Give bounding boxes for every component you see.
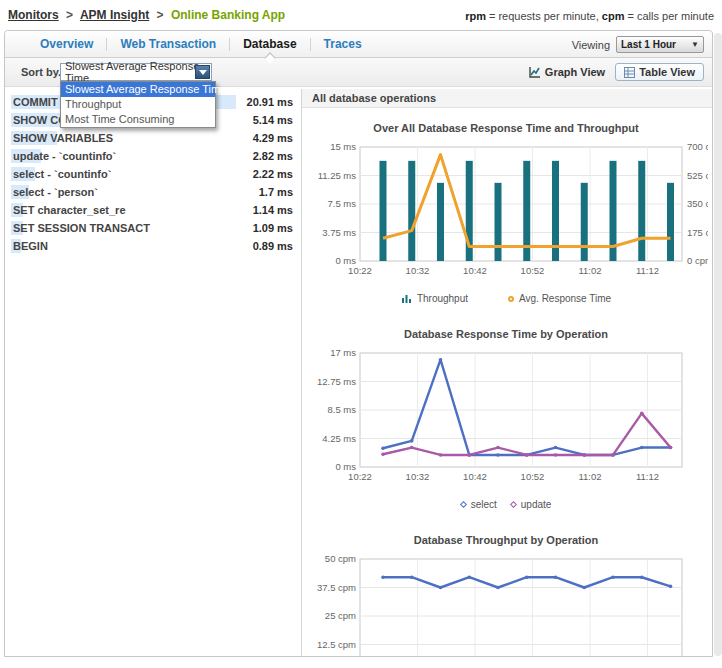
svg-text:10:52: 10:52 xyxy=(521,471,545,482)
legend-bars-icon xyxy=(401,293,412,304)
operation-response-time: 1.14 ms xyxy=(253,201,293,219)
svg-text:11:12: 11:12 xyxy=(636,471,659,482)
svg-text:10:42: 10:42 xyxy=(463,265,487,276)
legend-item-select[interactable]: select xyxy=(461,499,497,510)
chart-title: Database Throughput by Operation xyxy=(304,534,708,546)
chart-canvas: 0 cpm12.5 cpm25 cpm37.5 cpm50 cpm10:2210… xyxy=(304,551,708,656)
tab-divider xyxy=(106,38,107,51)
svg-text:11.25 ms: 11.25 ms xyxy=(318,170,357,181)
svg-text:10:52: 10:52 xyxy=(521,265,545,276)
units-note: rpm = requests per minute, cpm = calls p… xyxy=(465,10,714,22)
scrollbar[interactable] xyxy=(714,33,722,656)
svg-text:17 ms: 17 ms xyxy=(330,347,356,358)
viewing-dropdown[interactable]: Last 1 Hour ▼ xyxy=(616,36,704,53)
tab-web-transaction[interactable]: Web Transaction xyxy=(120,31,216,57)
breadcrumb: Monitors > APM Insight > Online Banking … xyxy=(8,8,285,22)
operation-name: update - `countinfo` xyxy=(13,150,116,162)
legend-diamond-icon xyxy=(460,501,467,508)
db-operation-row[interactable]: SET character_set_re1.14 ms xyxy=(5,201,301,219)
svg-text:175 cpm: 175 cpm xyxy=(687,227,708,238)
operation-response-time: 2.22 ms xyxy=(253,165,293,183)
breadcrumb-current-app: Online Banking App xyxy=(171,8,285,22)
db-operation-row[interactable]: SHOW VARIABLES4.29 ms xyxy=(5,129,301,147)
legend-item-avg.-response-time[interactable]: Avg. Response Time xyxy=(508,293,611,304)
svg-text:10:42: 10:42 xyxy=(463,471,487,482)
svg-text:10:32: 10:32 xyxy=(406,265,430,276)
sort-by-options-list: Slowest Average Response TimeThroughputM… xyxy=(60,81,216,128)
tab-overview[interactable]: Overview xyxy=(40,31,93,57)
tab-divider xyxy=(310,38,311,51)
chevron-down-icon: ▼ xyxy=(691,40,699,49)
operation-name: SET character_set_re xyxy=(13,204,126,216)
db-operation-row[interactable]: update - `countinfo`2.82 ms xyxy=(5,147,301,165)
sort-option-throughput[interactable]: Throughput xyxy=(61,97,215,112)
svg-text:525 cpm: 525 cpm xyxy=(687,170,708,181)
svg-text:350 cpm: 350 cpm xyxy=(687,198,708,209)
rpm-abbr: rpm xyxy=(465,10,486,22)
svg-text:11:12: 11:12 xyxy=(636,265,659,276)
tab-traces[interactable]: Traces xyxy=(324,31,362,57)
content-area: COMMIT20.91 msSHOW COLLATION5.14 msSHOW … xyxy=(5,89,712,656)
bar-throughput xyxy=(638,161,645,261)
svg-text:37.5 cpm: 37.5 cpm xyxy=(317,582,356,593)
main-panel: OverviewWeb TransactionDatabaseTraces Vi… xyxy=(4,30,713,657)
top-bar: Monitors > APM Insight > Online Banking … xyxy=(0,0,722,30)
operation-name: COMMIT xyxy=(13,96,58,108)
svg-text:4.25 ms: 4.25 ms xyxy=(322,433,356,444)
breadcrumb-separator: > xyxy=(66,8,73,22)
graph-view-button[interactable]: Graph View xyxy=(529,66,605,78)
sort-by-dropdown[interactable]: Slowest Average Response Time xyxy=(60,63,212,81)
svg-text:0 cpm: 0 cpm xyxy=(687,255,708,266)
legend-label: select xyxy=(471,499,497,510)
svg-text:8.5 ms: 8.5 ms xyxy=(327,404,356,415)
dropdown-arrow-icon[interactable] xyxy=(195,65,210,79)
breadcrumb-apm-insight-link[interactable]: APM Insight xyxy=(80,8,149,22)
svg-text:25 cpm: 25 cpm xyxy=(325,610,356,621)
chart-canvas: 0 ms3.75 ms7.5 ms11.25 ms15 ms0 cpm175 c… xyxy=(304,139,708,287)
svg-text:15 ms: 15 ms xyxy=(330,141,356,152)
legend-ring-icon xyxy=(508,296,514,302)
database-operations-list: COMMIT20.91 msSHOW COLLATION5.14 msSHOW … xyxy=(5,89,302,656)
chart-title: Database Response Time by Operation xyxy=(304,328,708,340)
chart-legend: ThroughputAvg. Response Time xyxy=(304,293,708,304)
bar-throughput xyxy=(581,183,588,261)
svg-text:11:02: 11:02 xyxy=(578,265,601,276)
legend-item-throughput[interactable]: Throughput xyxy=(401,293,468,304)
sort-option-most-time-consuming[interactable]: Most Time Consuming xyxy=(61,112,215,127)
cpm-abbr: cpm xyxy=(602,10,625,22)
bar-throughput xyxy=(495,183,502,261)
legend-item-update[interactable]: update xyxy=(511,499,552,510)
db-operation-row[interactable]: select - `countinfo`2.22 ms xyxy=(5,165,301,183)
tab-database[interactable]: Database xyxy=(243,31,296,57)
charts-panel-header: All database operations xyxy=(302,89,712,108)
chart-over-all-database-response-time-and-throughput: Over All Database Response Time and Thro… xyxy=(304,122,708,304)
operation-response-time: 20.91 ms xyxy=(247,93,293,111)
db-operation-row[interactable]: select - `person`1.7 ms xyxy=(5,183,301,201)
legend-diamond-icon xyxy=(510,501,517,508)
svg-text:700 cpm: 700 cpm xyxy=(687,141,708,152)
operation-name: select - `person` xyxy=(13,186,98,198)
bar-throughput xyxy=(667,183,674,261)
operation-name: select - `countinfo` xyxy=(13,168,111,180)
db-operation-row[interactable]: BEGIN0.89 ms xyxy=(5,237,301,255)
charts-panel: All database operations Over All Databas… xyxy=(302,89,712,656)
toolbar: Sort by. Slowest Average Response Time S… xyxy=(5,58,712,87)
svg-text:12.5 cpm: 12.5 cpm xyxy=(317,639,356,650)
rpm-text: = requests per minute, xyxy=(489,10,599,22)
table-view-icon xyxy=(624,67,635,78)
svg-text:12.75 ms: 12.75 ms xyxy=(317,376,356,387)
sort-option-slowest-average-response-time[interactable]: Slowest Average Response Time xyxy=(61,82,215,97)
legend-label: Throughput xyxy=(417,293,468,304)
db-operation-row[interactable]: SET SESSION TRANSACT1.09 ms xyxy=(5,219,301,237)
bar-throughput xyxy=(408,161,415,261)
tab-divider xyxy=(229,38,230,51)
chart-database-throughput-by-operation: Database Throughput by Operation0 cpm12.… xyxy=(304,534,708,656)
operation-response-time: 1.09 ms xyxy=(253,219,293,237)
chart-database-response-time-by-operation: Database Response Time by Operation0 ms4… xyxy=(304,328,708,510)
breadcrumb-monitors-link[interactable]: Monitors xyxy=(8,8,59,22)
table-view-button[interactable]: Table View xyxy=(615,63,704,81)
svg-text:50 cpm: 50 cpm xyxy=(325,553,356,564)
viewing-value: Last 1 Hour xyxy=(621,39,676,50)
legend-label: update xyxy=(521,499,552,510)
sort-by-label: Sort by. xyxy=(21,66,61,78)
